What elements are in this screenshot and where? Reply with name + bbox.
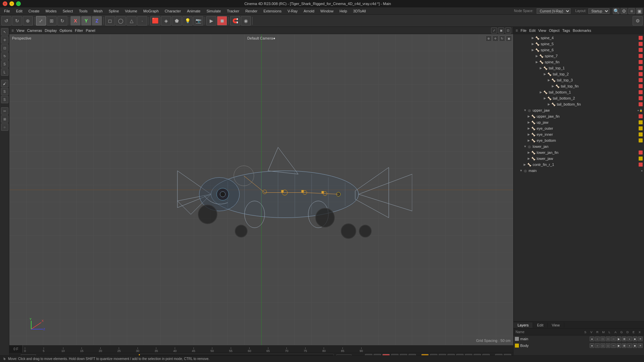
tree-item-tailbotfin[interactable]: ▶ 🦴 tail_bottom_fin	[514, 101, 643, 107]
om-object-item[interactable]: Object	[549, 28, 559, 33]
timeline-ruler[interactable]: 0 F 051015202530354045505560657075808590	[9, 345, 513, 353]
layer-body[interactable]: Body ● ○ □ □ ─ ▶ ⊞ ▪ ■ ✕	[514, 342, 644, 349]
vp-ctrl-rotate[interactable]: ↻	[499, 36, 505, 42]
om-bookmarks-item[interactable]: Bookmarks	[573, 28, 591, 33]
menu-spline[interactable]: Spline	[106, 8, 122, 14]
close-button[interactable]: ×	[3, 1, 7, 6]
menu-character[interactable]: Character	[162, 8, 183, 14]
deform-btn[interactable]: ⬟	[172, 16, 182, 25]
sidebar-select-icon[interactable]: ↖	[1, 28, 8, 36]
undo-button[interactable]: ↺	[1, 16, 11, 25]
menu-vray[interactable]: V-Ray	[285, 8, 300, 14]
layer-icon-s-main[interactable]: ●	[590, 337, 594, 341]
tree-item-spine7[interactable]: ▶ 🦴 spine_7	[514, 53, 643, 59]
sidebar-scale-icon[interactable]: ⊡	[1, 44, 8, 52]
layout-select[interactable]: Startup	[588, 8, 609, 14]
menu-animate[interactable]: Animate	[184, 8, 203, 14]
tree-item-spinefin[interactable]: ▶ 🦴 spine_fin	[514, 59, 643, 65]
menu-render[interactable]: Render	[243, 8, 260, 14]
sidebar-move-icon[interactable]: ✛	[1, 36, 8, 44]
object-tree[interactable]: ▶ 🦴 spine_4 ▶ 🦴 spine_5 ▶ 🦴 spine_6	[514, 34, 644, 321]
viewport-settings-btn[interactable]: ⊡	[505, 27, 511, 34]
tree-item-main[interactable]: ▼ ◎ main ●	[514, 168, 643, 174]
layer-icon-x-main[interactable]: ✕	[638, 337, 643, 341]
om-file-item[interactable]: File	[521, 28, 527, 33]
layer-main[interactable]: main ● ○ □ □ ─ ▶ ⊞ ▪ ■ ✕	[514, 336, 644, 342]
menu-mograph[interactable]: MoGraph	[141, 8, 161, 14]
tree-item-lowerjaw[interactable]: ▶ 🦴 lower_jaw	[514, 156, 643, 162]
menu-help[interactable]: Help	[337, 8, 350, 14]
menu-select[interactable]: Select	[60, 8, 76, 14]
layer-icon-d-body[interactable]: ▪	[627, 343, 632, 348]
tab-layers-edit[interactable]: Edit	[533, 322, 548, 328]
layer-icon-g-main[interactable]: ⊞	[622, 337, 627, 341]
filter-menu-item[interactable]: Filter	[75, 28, 83, 33]
display-menu-item[interactable]: Display	[45, 28, 57, 33]
sidebar-l-icon[interactable]: L	[1, 68, 8, 76]
vp-ctrl-frame[interactable]: ▣	[506, 36, 512, 42]
point-mode-button[interactable]: ·	[137, 16, 147, 25]
object-mode-button[interactable]: ◻	[105, 16, 115, 25]
layer-icon-l-body[interactable]: ─	[611, 343, 616, 348]
tree-item-tailtopfin[interactable]: ▶ 🦴 tail_top_fin	[514, 83, 643, 89]
settings-btn[interactable]: ⚙	[633, 16, 643, 25]
tree-item-eyebottom[interactable]: ▶ 🦴 eye_bottom	[514, 137, 643, 143]
tree-item-tailtop3[interactable]: ▶ 🦴 tail_top_3	[514, 77, 643, 83]
move-tool-button[interactable]: ⤢	[36, 16, 46, 25]
layer-icon-e-body[interactable]: ■	[633, 343, 637, 348]
tree-item-upperjaw[interactable]: ▼ ◎ upper_jaw ● 🔒	[514, 107, 643, 113]
cameras-menu-item[interactable]: Cameras	[27, 28, 42, 33]
sidebar-knife-icon[interactable]: ✂	[1, 107, 8, 115]
icon-btn-1[interactable]: 🔍	[613, 8, 620, 14]
tree-item-contrfinr1[interactable]: ▶ 🦴 contr_fin_r_1	[514, 162, 643, 168]
tree-item-tailtop2[interactable]: ▶ 🦴 tail_top_2	[514, 71, 643, 77]
sidebar-s2-icon[interactable]: S	[1, 88, 8, 95]
tree-item-spine5[interactable]: ▶ 🦴 spine_5	[514, 41, 643, 47]
options-menu-item[interactable]: Options	[59, 28, 72, 33]
maximize-button[interactable]: □	[16, 1, 21, 6]
om-view-item[interactable]: View	[538, 28, 546, 33]
layer-icon-a-main[interactable]: ▶	[616, 337, 621, 341]
menu-file[interactable]: File	[1, 8, 13, 14]
tree-item-lowerjan[interactable]: ▼ ◎ lower_jan	[514, 143, 643, 149]
menu-extensions[interactable]: Extensions	[261, 8, 284, 14]
tab-layers-view[interactable]: View	[548, 322, 564, 328]
layer-icon-m-body[interactable]: □	[606, 343, 610, 348]
om-tags-item[interactable]: Tags	[562, 28, 570, 33]
sidebar-circle-icon[interactable]: ○	[1, 123, 8, 131]
layer-icon-a-body[interactable]: ▶	[616, 343, 621, 348]
x-axis-button[interactable]: X	[70, 16, 80, 25]
redo-button[interactable]: ↻	[12, 16, 22, 25]
tree-item-tailbot1[interactable]: ▶ 🦴 tail_bottom_1	[514, 89, 643, 95]
menu-mesh[interactable]: Mesh	[91, 8, 105, 14]
main-viewport[interactable]: Perspective Default Camera● Grid Spacing…	[9, 34, 513, 345]
panel-menu-item[interactable]: Panel	[86, 28, 95, 33]
vp-ctrl-pan[interactable]: ✛	[492, 36, 498, 42]
layer-icon-m-main[interactable]: □	[606, 337, 610, 341]
cube-btn[interactable]: 🟥	[150, 16, 160, 25]
layer-icon-d-main[interactable]: ▪	[627, 337, 632, 341]
tree-item-tailtop1[interactable]: ▶ 🦴 tail_top_1	[514, 65, 643, 71]
tree-item-spine6[interactable]: ▶ 🦴 spine_6	[514, 47, 643, 53]
om-menu-icon[interactable]: ≡	[516, 28, 518, 33]
poly-mode-button[interactable]: ◯	[116, 16, 126, 25]
menu-window[interactable]: Window	[318, 8, 336, 14]
layer-icon-r-body[interactable]: □	[600, 343, 605, 348]
snap-btn[interactable]: 🧲	[230, 16, 240, 25]
tree-item-tailbot2[interactable]: ▶ 🦴 tail_bottom_2	[514, 95, 643, 101]
layer-icon-l-main[interactable]: ─	[611, 337, 616, 341]
viewport-layout-btn[interactable]: ▣	[498, 27, 504, 34]
tree-item-upperjawfin[interactable]: ▶ 🦴 upper_jaw_fin	[514, 113, 643, 119]
sidebar-s3-icon[interactable]: S	[1, 96, 8, 103]
layer-icon-g-body[interactable]: ⊞	[622, 343, 627, 348]
view-menu-item[interactable]: View	[16, 28, 24, 33]
sidebar-grid-icon[interactable]: ⊞	[1, 115, 8, 123]
menu-tracker[interactable]: Tracker	[224, 8, 242, 14]
menu-simulate[interactable]: Simulate	[204, 8, 224, 14]
layer-icon-x-body[interactable]: ✕	[638, 343, 643, 348]
menu-create[interactable]: Create	[26, 8, 42, 14]
menu-edit[interactable]: Edit	[13, 8, 25, 14]
rotate-tool-button[interactable]: ↻	[57, 16, 67, 25]
vp-ctrl-zoom[interactable]: ⊕	[486, 36, 492, 42]
tab-layers[interactable]: Layers	[514, 322, 533, 328]
